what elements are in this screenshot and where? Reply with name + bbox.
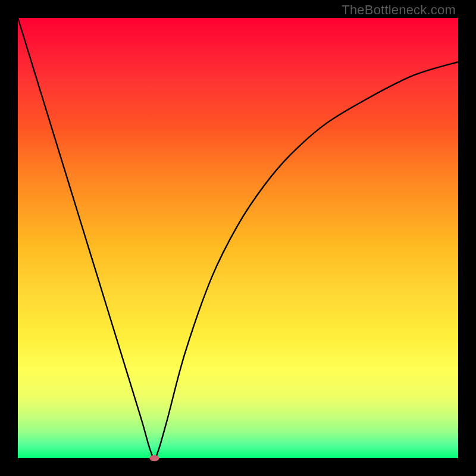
bottleneck-curve [18, 18, 458, 458]
chart-frame: TheBottleneck.com [0, 0, 476, 476]
watermark-text: TheBottleneck.com [342, 2, 456, 18]
chart-svg [18, 18, 458, 458]
optimum-marker [149, 455, 159, 461]
